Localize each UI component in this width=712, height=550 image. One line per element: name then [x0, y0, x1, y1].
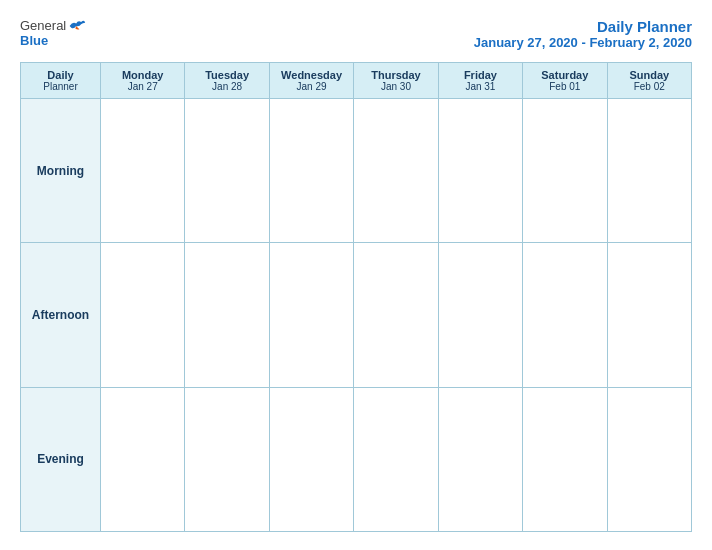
- calendar-table: DailyPlannerMondayJan 27TuesdayJan 28Wed…: [20, 62, 692, 532]
- col-sub-col-sun: Feb 02: [610, 81, 689, 92]
- col-header-col-planner: DailyPlanner: [21, 63, 101, 99]
- col-sub-col-fri: Jan 31: [441, 81, 520, 92]
- col-sub-col-planner: Planner: [23, 81, 98, 92]
- col-sub-col-wed: Jan 29: [272, 81, 351, 92]
- row-evening-col-sun[interactable]: [607, 387, 691, 531]
- col-label-col-planner: Daily: [23, 69, 98, 81]
- row-morning-col-thu[interactable]: [354, 99, 438, 243]
- logo-blue-text: Blue: [20, 33, 48, 48]
- row-morning-col-mon[interactable]: [101, 99, 185, 243]
- logo-area: General Blue: [20, 18, 86, 48]
- row-afternoon-col-sun[interactable]: [607, 243, 691, 387]
- row-evening-col-mon[interactable]: [101, 387, 185, 531]
- col-label-col-fri: Friday: [441, 69, 520, 81]
- col-label-col-thu: Thursday: [356, 69, 435, 81]
- row-evening-col-tue[interactable]: [185, 387, 269, 531]
- header: General Blue Daily Planner January 27, 2…: [20, 18, 692, 50]
- planner-date-range: January 27, 2020 - February 2, 2020: [474, 35, 692, 50]
- col-label-col-tue: Tuesday: [187, 69, 266, 81]
- row-morning-col-fri[interactable]: [438, 99, 522, 243]
- row-morning-label: Morning: [21, 99, 101, 243]
- col-header-col-tue: TuesdayJan 28: [185, 63, 269, 99]
- row-morning: Morning: [21, 99, 692, 243]
- col-sub-col-thu: Jan 30: [356, 81, 435, 92]
- planner-title: Daily Planner: [474, 18, 692, 35]
- row-morning-col-sun[interactable]: [607, 99, 691, 243]
- row-evening: Evening: [21, 387, 692, 531]
- row-evening-label: Evening: [21, 387, 101, 531]
- col-header-col-sat: SaturdayFeb 01: [523, 63, 607, 99]
- row-evening-col-sat[interactable]: [523, 387, 607, 531]
- row-morning-col-wed[interactable]: [269, 99, 353, 243]
- col-header-col-fri: FridayJan 31: [438, 63, 522, 99]
- title-area: Daily Planner January 27, 2020 - Februar…: [474, 18, 692, 50]
- calendar-header-row: DailyPlannerMondayJan 27TuesdayJan 28Wed…: [21, 63, 692, 99]
- row-morning-col-sat[interactable]: [523, 99, 607, 243]
- col-header-col-mon: MondayJan 27: [101, 63, 185, 99]
- row-afternoon-label: Afternoon: [21, 243, 101, 387]
- col-label-col-wed: Wednesday: [272, 69, 351, 81]
- col-label-col-sat: Saturday: [525, 69, 604, 81]
- row-evening-col-fri[interactable]: [438, 387, 522, 531]
- row-afternoon-col-fri[interactable]: [438, 243, 522, 387]
- row-evening-col-thu[interactable]: [354, 387, 438, 531]
- col-header-col-wed: WednesdayJan 29: [269, 63, 353, 99]
- logo-bird-icon: [68, 19, 86, 33]
- row-afternoon-col-thu[interactable]: [354, 243, 438, 387]
- logo-general-text: General: [20, 18, 66, 33]
- row-afternoon-col-tue[interactable]: [185, 243, 269, 387]
- row-afternoon-col-sat[interactable]: [523, 243, 607, 387]
- row-morning-col-tue[interactable]: [185, 99, 269, 243]
- col-label-col-sun: Sunday: [610, 69, 689, 81]
- col-header-col-thu: ThursdayJan 30: [354, 63, 438, 99]
- row-afternoon: Afternoon: [21, 243, 692, 387]
- col-sub-col-tue: Jan 28: [187, 81, 266, 92]
- col-sub-col-mon: Jan 27: [103, 81, 182, 92]
- col-sub-col-sat: Feb 01: [525, 81, 604, 92]
- row-evening-col-wed[interactable]: [269, 387, 353, 531]
- page: General Blue Daily Planner January 27, 2…: [0, 0, 712, 550]
- col-header-col-sun: SundayFeb 02: [607, 63, 691, 99]
- row-afternoon-col-wed[interactable]: [269, 243, 353, 387]
- logo-text: General: [20, 18, 86, 33]
- col-label-col-mon: Monday: [103, 69, 182, 81]
- row-afternoon-col-mon[interactable]: [101, 243, 185, 387]
